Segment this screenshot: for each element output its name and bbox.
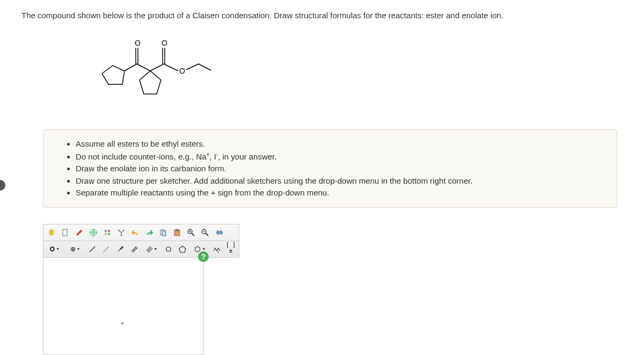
- bracket-charge-icon[interactable]: [ ]±: [224, 243, 237, 256]
- dropdown-arrow-icon: ▼: [77, 247, 80, 251]
- svg-marker-48: [195, 246, 200, 252]
- file-tool-icon[interactable]: [59, 226, 72, 239]
- svg-line-0: [125, 64, 137, 71]
- double-bond-icon[interactable]: [128, 243, 141, 256]
- svg-point-26: [123, 229, 125, 231]
- svg-line-37: [206, 233, 208, 236]
- view-cross-icon[interactable]: [101, 226, 114, 239]
- hand-tool-icon[interactable]: [45, 226, 58, 239]
- wedge-bond-icon[interactable]: [114, 243, 127, 256]
- svg-text:O: O: [179, 67, 185, 75]
- target-tool-icon[interactable]: [87, 226, 100, 239]
- svg-text:O: O: [162, 39, 167, 47]
- zoom-in-icon[interactable]: [185, 226, 197, 239]
- svg-text:O: O: [135, 39, 141, 47]
- paste-icon[interactable]: [171, 226, 184, 239]
- svg-line-12: [199, 64, 211, 70]
- svg-line-4: [137, 64, 150, 71]
- instructions-list: Assume all esters to be ethyl esters. Do…: [65, 138, 606, 199]
- svg-marker-47: [179, 246, 186, 252]
- redo-icon[interactable]: [143, 226, 156, 239]
- svg-line-40: [104, 247, 109, 252]
- svg-line-43: [146, 246, 150, 250]
- svg-point-19: [108, 230, 110, 232]
- sketcher-toolbar: O ▼ ⊕ ▼ ▼: [43, 224, 239, 258]
- dropdown-arrow-icon: ▼: [56, 247, 60, 251]
- svg-point-25: [119, 229, 120, 231]
- instruction-item: Do not include counter-ions, e.g., Na+, …: [76, 150, 606, 163]
- svg-rect-31: [176, 229, 178, 231]
- svg-point-27: [121, 234, 122, 236]
- chain-tool-icon[interactable]: n: [210, 243, 223, 256]
- help-button[interactable]: ?: [198, 251, 209, 262]
- svg-line-9: [164, 64, 178, 71]
- toolbar-row-2: O ▼ ⊕ ▼ ▼: [43, 241, 239, 257]
- pencil-tool-icon[interactable]: [73, 226, 86, 239]
- svg-line-33: [192, 233, 194, 236]
- instruction-item: Assume all esters to be ethyl esters.: [76, 138, 606, 150]
- svg-point-21: [108, 233, 110, 235]
- zoom-out-icon[interactable]: [199, 226, 211, 239]
- svg-line-39: [90, 247, 95, 252]
- element-picker[interactable]: O ▼: [45, 243, 64, 256]
- copy-icon[interactable]: [157, 226, 170, 239]
- view-structure-icon[interactable]: [115, 226, 128, 239]
- sketcher-canvas[interactable]: ?: [43, 258, 204, 354]
- charge-picker[interactable]: ⊕ ▼: [65, 243, 85, 256]
- svg-point-18: [105, 230, 107, 232]
- instruction-item: Draw the enolate ion in its carbanion fo…: [76, 163, 606, 175]
- instruction-item: Draw one structure per sketcher. Add add…: [76, 175, 606, 187]
- svg-line-44: [147, 247, 151, 251]
- dotted-bond-icon[interactable]: [100, 243, 113, 256]
- molecule-structure: O O O: [86, 31, 623, 113]
- question-text: The compound shown below is the product …: [21, 11, 623, 20]
- undo-icon[interactable]: [129, 226, 142, 239]
- svg-point-20: [105, 233, 107, 235]
- sketcher-container: O ▼ ⊕ ▼ ▼: [43, 224, 623, 354]
- dropdown-arrow-icon: ▼: [202, 247, 206, 251]
- triple-bond-picker[interactable]: ▼: [142, 243, 161, 256]
- svg-rect-46: [166, 247, 171, 251]
- instruction-item: Separate multiple reactants using the + …: [76, 187, 606, 199]
- transform-icon[interactable]: [213, 226, 225, 239]
- svg-rect-29: [162, 231, 166, 236]
- ring-tool-1-icon[interactable]: [162, 243, 175, 256]
- dropdown-arrow-icon: ▼: [154, 247, 158, 251]
- svg-text:n: n: [217, 250, 219, 253]
- ring-tool-2-icon[interactable]: [176, 243, 189, 256]
- svg-line-5: [150, 64, 164, 71]
- instructions-box: Assume all esters to be ethyl esters. Do…: [43, 129, 617, 208]
- toolbar-row-1: [43, 224, 239, 241]
- side-marker: [0, 180, 5, 191]
- svg-line-11: [186, 64, 199, 70]
- single-bond-icon[interactable]: [86, 243, 99, 256]
- svg-line-45: [148, 248, 152, 252]
- canvas-cursor-dot: [121, 322, 123, 324]
